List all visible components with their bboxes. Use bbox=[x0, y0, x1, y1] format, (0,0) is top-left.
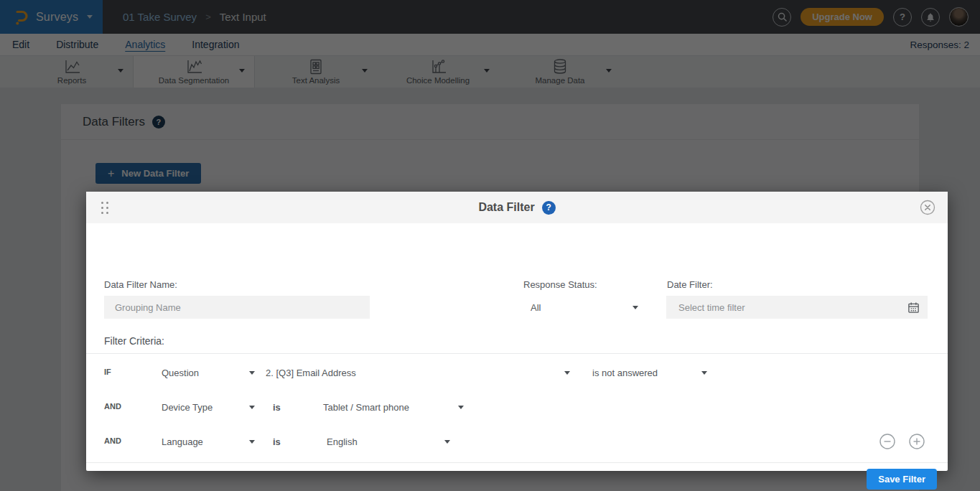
chevron-down-icon bbox=[249, 440, 255, 444]
chevron-down-icon bbox=[249, 406, 255, 409]
chevron-down-icon bbox=[458, 406, 464, 409]
date-filter-field[interactable] bbox=[666, 296, 928, 319]
criteria-conjunction: IF bbox=[104, 368, 111, 376]
remove-criteria-icon[interactable] bbox=[879, 434, 895, 449]
date-filter-input[interactable] bbox=[666, 296, 907, 319]
criteria-condition-value: is not answered bbox=[592, 368, 658, 378]
response-status-value: All bbox=[531, 302, 541, 313]
date-filter-label: Date Filter: bbox=[667, 279, 713, 290]
criteria-value-select[interactable]: English bbox=[327, 431, 450, 452]
chevron-down-icon bbox=[633, 306, 638, 309]
chevron-down-icon bbox=[249, 371, 255, 375]
criteria-condition-select[interactable]: is not answered bbox=[592, 363, 707, 383]
modal-title: Data Filter bbox=[478, 201, 534, 214]
criteria-value-select[interactable]: Tablet / Smart phone bbox=[323, 397, 464, 417]
criteria-field-select[interactable]: Language bbox=[162, 431, 255, 452]
chevron-down-icon bbox=[564, 371, 570, 375]
data-filter-modal: Data Filter ? Data Filter Name: Response… bbox=[86, 192, 948, 471]
modal-body: Data Filter Name: Response Status: All D… bbox=[86, 223, 948, 471]
criteria-field-value: Language bbox=[162, 436, 203, 447]
criteria-field-value: Device Type bbox=[162, 402, 213, 413]
divider bbox=[86, 462, 948, 463]
criteria-value: Tablet / Smart phone bbox=[323, 402, 409, 413]
modal-header: Data Filter ? bbox=[86, 192, 948, 223]
criteria-operator: is bbox=[273, 402, 281, 413]
criteria-field-select[interactable]: Question bbox=[162, 363, 255, 383]
criteria-field-select[interactable]: Device Type bbox=[162, 397, 255, 417]
save-filter-button[interactable]: Save Filter bbox=[867, 469, 937, 490]
criteria-operator: is bbox=[273, 436, 281, 447]
response-status-label: Response Status: bbox=[523, 279, 597, 290]
drag-handle-icon[interactable] bbox=[101, 202, 108, 214]
filter-name-input[interactable] bbox=[104, 296, 370, 319]
criteria-question-value: 2. [Q3] Email Address bbox=[266, 368, 356, 378]
add-criteria-icon[interactable] bbox=[909, 434, 925, 449]
criteria-question-select[interactable]: 2. [Q3] Email Address bbox=[266, 363, 570, 383]
criteria-field-value: Question bbox=[162, 368, 199, 378]
chevron-down-icon bbox=[701, 371, 707, 375]
filter-criteria-label: Filter Criteria: bbox=[104, 335, 164, 347]
criteria-value: English bbox=[327, 436, 358, 447]
calendar-icon[interactable] bbox=[907, 301, 920, 314]
filter-name-label: Data Filter Name: bbox=[104, 279, 177, 290]
chevron-down-icon bbox=[444, 440, 450, 444]
close-icon[interactable] bbox=[920, 200, 935, 215]
response-status-select[interactable]: All bbox=[523, 297, 645, 317]
divider bbox=[86, 353, 948, 354]
help-icon[interactable]: ? bbox=[542, 201, 556, 215]
criteria-conjunction: AND bbox=[104, 402, 121, 411]
criteria-conjunction: AND bbox=[104, 436, 121, 445]
